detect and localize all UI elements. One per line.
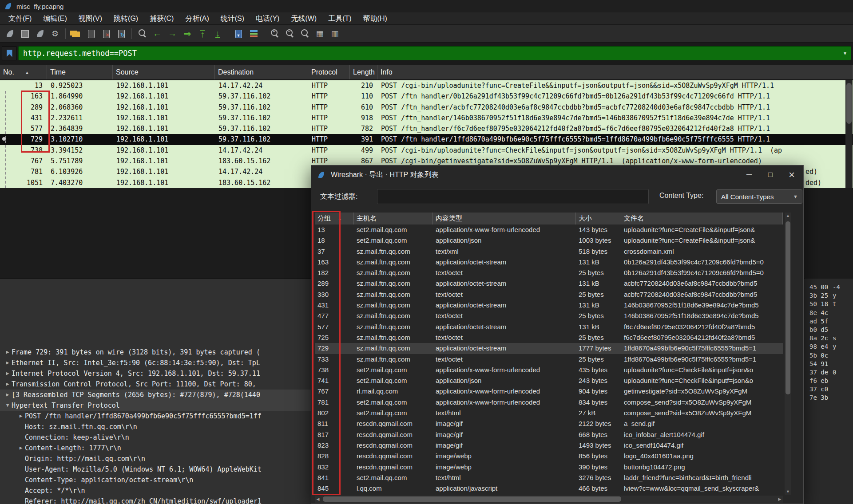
detail-tree-row[interactable]: ▶Internet Protocol Version 4, Src: 192.1… [0,368,311,379]
hex-row[interactable]: 8e 4c [805,309,853,317]
collapsed-arrow-icon[interactable]: ▶ [4,347,12,358]
object-row[interactable]: 37sz.mail.ftn.qq.comtext/xml518 bytescro… [315,246,783,257]
scroll-left-icon[interactable]: ◀ [315,496,321,503]
object-col-header-2[interactable]: 内容类型 [433,213,576,224]
hex-row[interactable]: 7e 3b [805,394,853,402]
save-file-icon[interactable] [84,27,98,40]
capture-options-gear-icon[interactable]: ⚙ [48,27,62,40]
object-row[interactable]: 781set2.mail.qq.comapplication/x-www-for… [315,397,783,408]
detail-tree-row[interactable]: ▶[3 Reassembled TCP Segments (2656 bytes… [0,390,311,400]
object-row[interactable]: 828rescdn.qqmail.comimage/webp856 bytesl… [315,451,783,461]
menu-item-edit[interactable]: 编辑(E) [37,12,72,24]
packet-col-header-length[interactable]: Length [350,65,377,79]
object-col-header-3[interactable]: 大小 [576,213,621,224]
display-filter-input[interactable] [19,49,844,58]
object-row[interactable]: 832rescdn.qqmail.comimage/webp390 bytesb… [315,462,783,472]
object-row[interactable]: 13set2.mail.qq.comapplication/x-www-form… [315,224,783,235]
collapsed-arrow-icon[interactable]: ▶ [17,443,25,453]
find-packet-icon[interactable] [135,27,149,40]
object-row[interactable]: 841set2.mail.qq.comtext/html3276 bytesla… [315,472,783,483]
dialog-close-button[interactable]: × [781,165,802,184]
packet-col-header-protocol[interactable]: Protocol [308,65,350,79]
detail-tree-row[interactable]: Content-Type: application/octet-stream\r… [0,475,311,485]
menu-item-view[interactable]: 视图(V) [73,12,108,24]
detail-tree-row[interactable]: Connection: keep-alive\r\n [0,432,311,443]
hex-row[interactable]: 45 00-4 [805,283,853,291]
menu-item-statistics[interactable]: 统计(S) [215,12,250,24]
detail-tree-row[interactable]: Accept: */*\r\n [0,485,311,496]
object-row[interactable]: 741set2.mail.qq.comapplication/json243 b… [315,375,783,386]
object-row[interactable]: 823rescdn.qqmail.comimage/gif1493 bytesi… [315,440,783,451]
collapsed-arrow-icon[interactable]: ▶ [4,358,12,368]
hex-row[interactable]: 37 de0 [805,368,853,377]
packet-row[interactable]: 130.925023192.168.1.10114.17.42.24HTTP21… [0,80,853,91]
object-row[interactable]: 845l.qq.comapplication/javascript466 byt… [315,483,783,494]
close-file-icon[interactable]: ✕ [99,27,113,40]
menu-item-capture[interactable]: 捕获(C) [144,12,179,24]
hex-row[interactable]: 3b 25y [805,291,853,300]
menu-item-file[interactable]: 文件(F) [3,12,37,24]
detail-tree-row[interactable]: ▶Ethernet II, Src: Intel_3e:f5:90 (6c:88… [0,358,311,368]
dialog-titlebar[interactable]: Wireshark · 导出 · HTTP 对象列表 ─ □ × [311,165,803,184]
object-row[interactable]: 330sz.mail.ftn.qq.comtext/octet25 bytesa… [315,289,783,300]
hex-row[interactable]: 54 91 [805,360,853,368]
object-col-header-4[interactable]: 文件名 [621,213,783,224]
detail-tree-row[interactable]: Origin: http://mail.qq.com\r\n [0,453,311,464]
expanded-arrow-icon[interactable]: ▼ [4,400,12,411]
hex-row[interactable]: 5b 0c [805,351,853,360]
packet-col-header-destination[interactable]: Destination [215,65,308,79]
collapsed-arrow-icon[interactable]: ▶ [4,390,12,400]
start-capture-icon[interactable] [3,27,17,40]
packet-col-header-time[interactable]: Time [47,65,113,79]
dialog-minimize-button[interactable]: ─ [738,165,760,184]
object-row[interactable]: 163sz.mail.ftn.qq.comapplication/octet-s… [315,257,783,268]
object-row[interactable]: 477sz.mail.ftn.qq.comtext/octet25 bytes1… [315,311,783,321]
detail-tree-row[interactable]: ▼Hypertext Transfer Protocol [0,400,311,411]
object-row[interactable]: 729sz.mail.ftn.qq.comapplication/octet-s… [315,343,783,354]
object-row[interactable]: 811rescdn.qqmail.comimage/gif2122 bytesa… [315,418,783,429]
menu-item-telephony[interactable]: 电话(Y) [250,12,285,24]
detail-tree-row[interactable]: User-Agent: Mozilla/5.0 (Windows NT 6.1;… [0,464,311,475]
object-table-hscrollbar[interactable]: ◀ ▶ [315,496,783,503]
object-row[interactable]: 802set2.mail.qq.comtext/html27 kBcompose… [315,408,783,418]
object-row[interactable]: 767rl.mail.qq.comapplication/x-www-form-… [315,386,783,397]
filter-bookmark-button[interactable] [2,46,17,60]
go-forward-icon[interactable]: → [165,27,179,40]
zoom-in-icon[interactable]: + [267,27,282,40]
vscroll-thumb[interactable] [786,221,790,394]
hex-row[interactable]: 98 e4y [805,343,853,351]
scroll-right-icon[interactable]: ▶ [777,496,783,503]
hex-row[interactable]: b0 d5 [805,326,853,334]
object-row[interactable]: 577sz.mail.ftn.qq.comapplication/octet-s… [315,322,783,332]
colorize-packets-icon[interactable] [246,27,261,40]
reload-file-icon[interactable]: ↻ [114,27,128,40]
dialog-maximize-button[interactable]: □ [760,165,781,184]
object-row[interactable]: 733sz.mail.ftn.qq.comtext/octet25 bytes1… [315,354,783,365]
menu-item-help[interactable]: 帮助(H) [357,12,393,24]
hex-row[interactable]: 8a 2cs [805,334,853,343]
go-back-icon[interactable]: ← [150,27,164,40]
object-row[interactable]: 182sz.mail.ftn.qq.comtext/octet25 bytes0… [315,268,783,278]
packet-row[interactable]: 1631.864990192.168.1.10159.37.116.102HTT… [0,91,853,102]
detail-tree-row[interactable]: ▶Frame 729: 391 bytes on wire (3128 bits… [0,347,311,358]
collapsed-arrow-icon[interactable]: ▶ [4,379,12,390]
hex-row[interactable]: 37 c0 [805,385,853,394]
filter-dropdown-caret-icon[interactable]: ▾ [844,50,851,56]
hex-row[interactable]: 50 18t [805,300,853,308]
detail-tree-row[interactable]: ▶Transmission Control Protocol, Src Port… [0,379,311,390]
packet-row[interactable]: 7293.102710192.168.1.10159.37.116.102HTT… [0,134,853,145]
packet-list-scrollbar[interactable] [845,80,853,188]
object-row[interactable]: 18set2.mail.qq.comapplication/json1003 b… [315,235,783,246]
packet-col-header-no[interactable]: No.▲ [0,65,47,79]
go-first-icon[interactable]: ↑ [195,27,210,40]
object-row[interactable]: 289sz.mail.ftn.qq.comapplication/octet-s… [315,278,783,289]
object-row[interactable]: 738set2.mail.qq.comapplication/x-www-for… [315,365,783,375]
menu-item-go[interactable]: 跳转(G) [108,12,144,24]
object-row[interactable]: 725sz.mail.ftn.qq.comtext/octet25 bytesf… [315,332,783,343]
restart-capture-icon[interactable] [33,27,47,40]
detail-tree-row[interactable]: Host: sz.mail.ftn.qq.com\r\n [0,421,311,432]
text-filter-input[interactable] [377,189,649,204]
open-file-folder-icon[interactable] [69,27,83,40]
scroll-down-icon[interactable]: ▼ [785,488,791,495]
zoom-reset-icon[interactable] [298,27,312,40]
